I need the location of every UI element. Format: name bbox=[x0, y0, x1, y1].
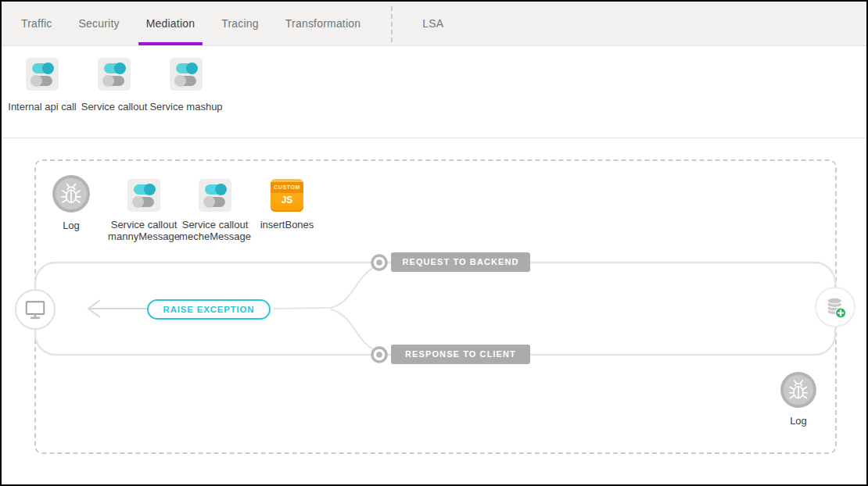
flow-node-service-callout-mannymessage[interactable]: Service callout mannyMessage bbox=[105, 179, 183, 242]
flow-node-log-request[interactable]: Log bbox=[48, 175, 95, 231]
backend-database-add-icon bbox=[820, 291, 851, 323]
flow-canvas: Log Service callout mannyMessage Service… bbox=[2, 138, 866, 484]
tab-bar: Traffic Security Mediation Tracing Trans… bbox=[2, 2, 866, 46]
app-window: Traffic Security Mediation Tracing Trans… bbox=[0, 0, 868, 486]
tab-label: Traffic bbox=[21, 17, 52, 30]
backend-endpoint[interactable] bbox=[815, 287, 855, 327]
tab-label: Security bbox=[79, 17, 120, 30]
flow-node-service-callout-mechemessage[interactable]: Service callout mecheMessage bbox=[176, 179, 254, 242]
tab-transformation[interactable]: Transformation bbox=[272, 2, 374, 45]
request-to-backend-label[interactable]: REQUEST TO BACKEND bbox=[391, 252, 530, 272]
tab-traffic[interactable]: Traffic bbox=[8, 2, 66, 45]
raise-exception-label[interactable]: RAISE EXCEPTION bbox=[147, 299, 271, 320]
tab-label: Tracing bbox=[221, 17, 259, 30]
toggle-switch-icon bbox=[170, 58, 203, 91]
toggle-switch-icon bbox=[98, 58, 131, 91]
palette-item-service-callout[interactable]: Service callout bbox=[78, 58, 150, 113]
palette-item-label: Service mashup bbox=[149, 101, 222, 113]
tab-group-divider bbox=[391, 6, 393, 42]
tab-label: LSA bbox=[422, 17, 443, 30]
palette-item-label: Internal api call bbox=[8, 101, 76, 113]
tab-tracing[interactable]: Tracing bbox=[208, 2, 272, 45]
tab-label: Transformation bbox=[285, 17, 360, 30]
bug-icon bbox=[780, 372, 816, 408]
client-endpoint[interactable] bbox=[15, 289, 56, 330]
toggle-switch-icon bbox=[199, 179, 231, 212]
mediation-policy-palette: Internal api call Service callout Servic… bbox=[2, 46, 866, 138]
add-badge-icon bbox=[835, 308, 845, 318]
flow-node-insertbones[interactable]: CUSTOM JS insertBones bbox=[252, 179, 322, 230]
node-label: insertBones bbox=[260, 219, 314, 230]
client-monitor-icon bbox=[21, 295, 49, 323]
palette-item-label: Service callout bbox=[81, 101, 148, 113]
node-label: Service callout mannyMessage bbox=[108, 219, 180, 242]
node-label: Service callout mecheMessage bbox=[179, 219, 251, 242]
flow-node-log-response[interactable]: Log bbox=[775, 372, 822, 427]
node-label: Log bbox=[63, 220, 80, 231]
palette-item-internal-api-call[interactable]: Internal api call bbox=[6, 58, 78, 113]
toggle-switch-icon bbox=[26, 58, 59, 91]
bug-icon bbox=[52, 175, 90, 213]
tab-mediation[interactable]: Mediation bbox=[133, 2, 209, 45]
node-label: Log bbox=[790, 415, 807, 427]
custom-js-icon: CUSTOM JS bbox=[271, 179, 303, 212]
active-tab-underline bbox=[138, 42, 203, 45]
tab-lsa[interactable]: LSA bbox=[404, 2, 462, 45]
toggle-switch-icon bbox=[127, 179, 160, 212]
tab-security[interactable]: Security bbox=[66, 2, 133, 45]
palette-item-service-mashup[interactable]: Service mashup bbox=[150, 58, 222, 113]
response-to-client-label[interactable]: RESPONSE TO CLIENT bbox=[391, 345, 530, 364]
tab-label: Mediation bbox=[146, 17, 195, 30]
